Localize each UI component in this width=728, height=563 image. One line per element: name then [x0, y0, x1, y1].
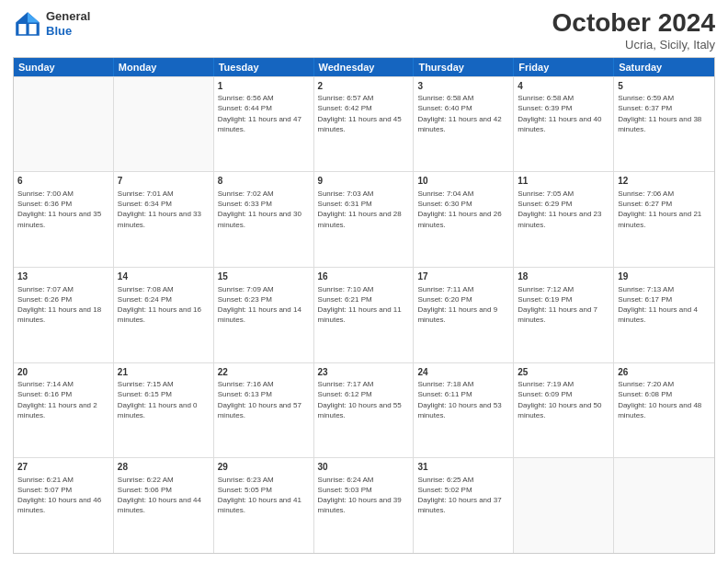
day-text: Sunrise: 7:04 AM Sunset: 6:30 PM Dayligh… — [417, 189, 509, 230]
day-text: Sunrise: 7:19 AM Sunset: 6:09 PM Dayligh… — [518, 379, 609, 420]
day-number: 13 — [17, 270, 109, 283]
day-text: Sunrise: 7:01 AM Sunset: 6:34 PM Dayligh… — [118, 189, 210, 230]
day-text: Sunrise: 7:18 AM Sunset: 6:11 PM Dayligh… — [417, 379, 509, 420]
header-sunday: Sunday — [14, 58, 114, 76]
day-text: Sunrise: 6:24 AM Sunset: 5:03 PM Dayligh… — [318, 475, 410, 516]
day-number: 6 — [17, 175, 109, 188]
day-number: 3 — [417, 80, 509, 93]
cal-cell-1-2: 8Sunrise: 7:02 AM Sunset: 6:33 PM Daylig… — [214, 172, 314, 267]
logo-text: General Blue — [46, 9, 90, 38]
logo-icon — [13, 9, 42, 39]
page: General Blue October 2024 Ucria, Sicily,… — [0, 0, 728, 563]
day-text: Sunrise: 7:13 AM Sunset: 6:17 PM Dayligh… — [618, 284, 711, 326]
day-text: Sunrise: 7:17 AM Sunset: 6:12 PM Dayligh… — [318, 379, 410, 420]
day-number: 15 — [218, 270, 310, 283]
cal-cell-2-5: 18Sunrise: 7:12 AM Sunset: 6:19 PM Dayli… — [514, 268, 614, 362]
cal-cell-3-4: 24Sunrise: 7:18 AM Sunset: 6:11 PM Dayli… — [414, 363, 514, 458]
logo-blue-text: Blue — [46, 24, 90, 39]
cal-cell-3-2: 22Sunrise: 7:16 AM Sunset: 6:13 PM Dayli… — [214, 363, 314, 458]
calendar-header-row: Sunday Monday Tuesday Wednesday Thursday… — [14, 58, 714, 76]
day-number: 26 — [618, 366, 711, 379]
day-text: Sunrise: 7:11 AM Sunset: 6:20 PM Dayligh… — [417, 284, 509, 326]
cal-cell-0-6: 5Sunrise: 6:59 AM Sunset: 6:37 PM Daylig… — [614, 77, 714, 172]
day-text: Sunrise: 6:25 AM Sunset: 5:02 PM Dayligh… — [417, 475, 509, 516]
cal-cell-0-1 — [114, 77, 214, 172]
cal-row-4: 27Sunrise: 6:21 AM Sunset: 5:07 PM Dayli… — [14, 457, 714, 553]
day-text: Sunrise: 7:10 AM Sunset: 6:21 PM Dayligh… — [318, 284, 410, 326]
title-block: October 2024 Ucria, Sicily, Italy — [552, 9, 715, 52]
day-number: 1 — [218, 80, 310, 93]
day-text: Sunrise: 7:02 AM Sunset: 6:33 PM Dayligh… — [218, 189, 310, 230]
cal-row-2: 13Sunrise: 7:07 AM Sunset: 6:26 PM Dayli… — [14, 267, 714, 362]
day-text: Sunrise: 7:09 AM Sunset: 6:23 PM Dayligh… — [218, 284, 310, 326]
day-text: Sunrise: 6:58 AM Sunset: 6:39 PM Dayligh… — [518, 93, 609, 134]
cal-cell-2-6: 19Sunrise: 7:13 AM Sunset: 6:17 PM Dayli… — [614, 268, 714, 362]
day-number: 31 — [417, 461, 509, 474]
day-text: Sunrise: 7:20 AM Sunset: 6:08 PM Dayligh… — [618, 379, 711, 420]
header-friday: Friday — [514, 58, 614, 76]
cal-cell-2-3: 16Sunrise: 7:10 AM Sunset: 6:21 PM Dayli… — [314, 268, 415, 362]
day-text: Sunrise: 7:14 AM Sunset: 6:16 PM Dayligh… — [17, 379, 109, 420]
cal-cell-4-0: 27Sunrise: 6:21 AM Sunset: 5:07 PM Dayli… — [14, 458, 114, 553]
cal-cell-0-5: 4Sunrise: 6:58 AM Sunset: 6:39 PM Daylig… — [514, 77, 614, 172]
calendar: Sunday Monday Tuesday Wednesday Thursday… — [13, 57, 715, 554]
day-text: Sunrise: 7:08 AM Sunset: 6:24 PM Dayligh… — [118, 284, 210, 326]
day-number: 28 — [118, 461, 210, 474]
day-text: Sunrise: 6:58 AM Sunset: 6:40 PM Dayligh… — [417, 93, 509, 134]
svg-rect-3 — [29, 24, 37, 34]
day-text: Sunrise: 7:00 AM Sunset: 6:36 PM Dayligh… — [17, 189, 109, 230]
cal-cell-2-4: 17Sunrise: 7:11 AM Sunset: 6:20 PM Dayli… — [414, 268, 514, 362]
day-number: 18 — [518, 270, 609, 283]
day-text: Sunrise: 6:23 AM Sunset: 5:05 PM Dayligh… — [218, 475, 310, 516]
cal-cell-4-2: 29Sunrise: 6:23 AM Sunset: 5:05 PM Dayli… — [214, 458, 314, 553]
header-monday: Monday — [114, 58, 214, 76]
svg-marker-1 — [28, 12, 40, 22]
header: General Blue October 2024 Ucria, Sicily,… — [13, 9, 715, 52]
svg-rect-2 — [18, 24, 26, 34]
day-text: Sunrise: 7:06 AM Sunset: 6:27 PM Dayligh… — [618, 189, 711, 230]
cal-cell-3-1: 21Sunrise: 7:15 AM Sunset: 6:15 PM Dayli… — [114, 363, 214, 458]
day-number: 29 — [218, 461, 310, 474]
cal-cell-1-3: 9Sunrise: 7:03 AM Sunset: 6:31 PM Daylig… — [314, 172, 415, 267]
day-number: 21 — [118, 366, 210, 379]
cal-cell-4-3: 30Sunrise: 6:24 AM Sunset: 5:03 PM Dayli… — [314, 458, 415, 553]
day-number: 24 — [417, 366, 509, 379]
cal-cell-4-1: 28Sunrise: 6:22 AM Sunset: 5:06 PM Dayli… — [114, 458, 214, 553]
header-saturday: Saturday — [614, 58, 714, 76]
day-number: 30 — [318, 461, 410, 474]
cal-cell-2-2: 15Sunrise: 7:09 AM Sunset: 6:23 PM Dayli… — [214, 268, 314, 362]
cal-cell-0-2: 1Sunrise: 6:56 AM Sunset: 6:44 PM Daylig… — [214, 77, 314, 172]
day-text: Sunrise: 7:16 AM Sunset: 6:13 PM Dayligh… — [218, 379, 310, 420]
day-text: Sunrise: 7:15 AM Sunset: 6:15 PM Dayligh… — [118, 379, 210, 420]
cal-row-3: 20Sunrise: 7:14 AM Sunset: 6:16 PM Dayli… — [14, 362, 714, 458]
day-text: Sunrise: 6:57 AM Sunset: 6:42 PM Dayligh… — [318, 93, 410, 134]
cal-cell-1-5: 11Sunrise: 7:05 AM Sunset: 6:29 PM Dayli… — [514, 172, 614, 267]
month-title: October 2024 — [552, 9, 715, 38]
day-text: Sunrise: 6:56 AM Sunset: 6:44 PM Dayligh… — [218, 93, 310, 134]
cal-cell-2-0: 13Sunrise: 7:07 AM Sunset: 6:26 PM Dayli… — [14, 268, 114, 362]
cal-cell-2-1: 14Sunrise: 7:08 AM Sunset: 6:24 PM Dayli… — [114, 268, 214, 362]
day-text: Sunrise: 7:07 AM Sunset: 6:26 PM Dayligh… — [17, 284, 109, 326]
day-text: Sunrise: 7:12 AM Sunset: 6:19 PM Dayligh… — [518, 284, 609, 326]
day-number: 23 — [318, 366, 410, 379]
cal-cell-3-0: 20Sunrise: 7:14 AM Sunset: 6:16 PM Dayli… — [14, 363, 114, 458]
cal-cell-0-3: 2Sunrise: 6:57 AM Sunset: 6:42 PM Daylig… — [314, 77, 415, 172]
day-text: Sunrise: 6:59 AM Sunset: 6:37 PM Dayligh… — [618, 93, 711, 134]
day-number: 11 — [518, 175, 609, 188]
day-number: 25 — [518, 366, 609, 379]
header-wednesday: Wednesday — [314, 58, 415, 76]
day-number: 22 — [218, 366, 310, 379]
day-number: 20 — [17, 366, 109, 379]
cal-cell-3-5: 25Sunrise: 7:19 AM Sunset: 6:09 PM Dayli… — [514, 363, 614, 458]
cal-cell-4-5 — [514, 458, 614, 553]
day-text: Sunrise: 6:22 AM Sunset: 5:06 PM Dayligh… — [118, 475, 210, 516]
day-number: 16 — [318, 270, 410, 283]
logo: General Blue — [13, 9, 90, 39]
cal-cell-0-4: 3Sunrise: 6:58 AM Sunset: 6:40 PM Daylig… — [414, 77, 514, 172]
day-number: 10 — [417, 175, 509, 188]
day-text: Sunrise: 7:03 AM Sunset: 6:31 PM Dayligh… — [318, 189, 410, 230]
day-number: 17 — [417, 270, 509, 283]
cal-cell-1-0: 6Sunrise: 7:00 AM Sunset: 6:36 PM Daylig… — [14, 172, 114, 267]
cal-cell-1-1: 7Sunrise: 7:01 AM Sunset: 6:34 PM Daylig… — [114, 172, 214, 267]
day-number: 12 — [618, 175, 711, 188]
